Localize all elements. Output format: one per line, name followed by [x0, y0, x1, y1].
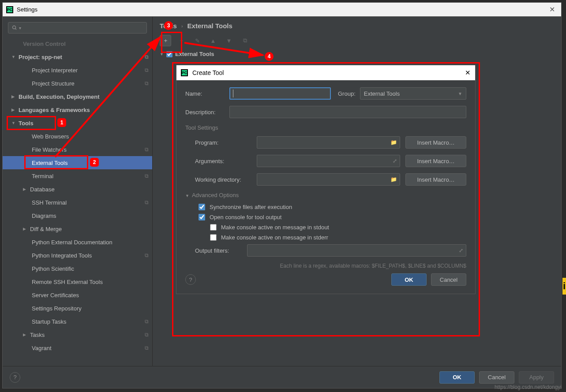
workdir-label: Working directory:	[195, 176, 257, 183]
remove-button[interactable]: －	[176, 35, 187, 46]
chevron-down-icon: ▼	[11, 55, 16, 59]
chevron-down-icon: ▼	[458, 91, 462, 96]
arguments-label: Arguments:	[195, 158, 257, 164]
chevron-down-icon: ▼	[160, 52, 164, 56]
dialog-title: Create Tool	[192, 69, 224, 76]
folder-icon[interactable]: 📁	[390, 139, 397, 146]
config-icon: ⧉	[145, 173, 149, 179]
apply-button[interactable]: Apply	[519, 371, 554, 384]
close-icon[interactable]: ✕	[547, 5, 558, 14]
sidebar: ▾ Version Control ▼ Project: spp-net ⧉ P…	[3, 17, 153, 366]
sync-checkbox-row: Synchronize files after execution	[185, 204, 466, 210]
stderr-label: Make console active on message in stderr	[221, 234, 328, 241]
dialog-help-icon[interactable]: ?	[185, 274, 196, 285]
toolbar: ＋ － ✎ ▲ ▼ ⧉	[160, 35, 554, 46]
output-filters-hint: Each line is a regex, available macros: …	[185, 263, 466, 269]
annotation-badge-3: 3	[164, 21, 173, 30]
ok-button[interactable]: OK	[439, 371, 475, 384]
tree-database[interactable]: ▶Database	[3, 183, 152, 196]
annotation-badge-1: 1	[57, 118, 66, 127]
open-console-checkbox[interactable]	[199, 214, 205, 220]
cancel-button[interactable]: Cancel	[479, 371, 514, 384]
tree-version-control[interactable]: Version Control	[3, 37, 152, 50]
external-tools-group[interactable]: ▼ External Tools	[160, 51, 554, 57]
workdir-input[interactable]: 📁	[257, 173, 400, 186]
stderr-checkbox[interactable]	[210, 234, 217, 241]
settings-tree[interactable]: Version Control ▼ Project: spp-net ⧉ Pro…	[3, 37, 152, 366]
yellow-edge-decoration: i	[562, 278, 566, 295]
group-select[interactable]: External Tools ▼	[360, 87, 466, 100]
output-filters-label: Output filters:	[195, 247, 247, 254]
group-label: External Tools	[175, 51, 214, 57]
tree-langs[interactable]: ▶ Languages & Frameworks	[3, 103, 152, 116]
tree-structure[interactable]: Project Structure ⧉	[3, 77, 152, 90]
tree-remote-ssh[interactable]: Remote SSH External Tools	[3, 275, 152, 288]
copy-button[interactable]: ⧉	[239, 35, 251, 46]
config-icon: ⧉	[145, 67, 149, 73]
folder-icon[interactable]: 📁	[390, 176, 397, 183]
stdout-row: Make console active on message in stdout	[185, 224, 466, 231]
add-button[interactable]: ＋	[160, 35, 171, 46]
tree-diagrams[interactable]: Diagrams	[3, 209, 152, 222]
tree-ssh-terminal[interactable]: SSH Terminal⧉	[3, 196, 152, 209]
expand-icon[interactable]: ⤢	[393, 158, 397, 164]
svg-point-0	[13, 26, 16, 29]
chevron-right-icon: ▶	[11, 108, 16, 112]
pycharm-icon: PC	[6, 6, 13, 13]
dialog-cancel-button[interactable]: Cancel	[431, 273, 466, 286]
config-icon: ⧉	[145, 332, 149, 338]
tree-project[interactable]: ▼ Project: spp-net ⧉	[3, 50, 152, 63]
tree-py-int[interactable]: Python Integrated Tools⧉	[3, 249, 152, 262]
tree-external-tools[interactable]: External Tools	[3, 156, 152, 169]
tree-file-watchers[interactable]: File Watchers⧉	[3, 143, 152, 156]
tree-diffmerge[interactable]: ▶Diff & Merge	[3, 222, 152, 235]
tree-tools[interactable]: ▼ Tools	[3, 116, 152, 130]
tree-terminal[interactable]: Terminal⧉	[3, 169, 152, 183]
tree-settings-repo[interactable]: Settings Repository	[3, 302, 152, 315]
program-input[interactable]: 📁	[257, 136, 400, 149]
tool-settings-section: Tool Settings	[185, 124, 466, 131]
advanced-options-section[interactable]: ▼Advanced Options	[185, 192, 466, 198]
tree-interpreter[interactable]: Project Interpreter ⧉	[3, 63, 152, 77]
config-icon: ⧉	[145, 345, 149, 351]
svg-line-1	[15, 29, 17, 30]
group-checkbox[interactable]	[166, 51, 172, 57]
dialog-ok-button[interactable]: OK	[391, 273, 427, 286]
expand-icon[interactable]: ⤢	[459, 247, 463, 254]
arguments-input[interactable]: ⤢	[257, 155, 400, 167]
dialog-close-icon[interactable]: ✕	[465, 69, 471, 77]
name-label: Name:	[185, 90, 229, 97]
tree-py-extdoc[interactable]: Python External Documentation	[3, 235, 152, 249]
sync-checkbox[interactable]	[199, 204, 205, 210]
tree-build[interactable]: ▶ Build, Execution, Deployment	[3, 90, 152, 103]
chevron-down-icon: ▼	[185, 194, 189, 198]
annotation-badge-2: 2	[90, 158, 99, 167]
tree-tasks[interactable]: ▶Tasks⧉	[3, 328, 152, 341]
annotation-badge-4: 4	[265, 52, 274, 61]
down-button[interactable]: ▼	[223, 35, 235, 46]
search-input[interactable]: ▾	[8, 22, 147, 34]
sync-label: Synchronize files after execution	[210, 204, 292, 210]
breadcrumb-sep: ›	[181, 23, 183, 29]
tree-server-cert[interactable]: Server Certificates	[3, 288, 152, 302]
breadcrumb: Tools › External Tools	[160, 22, 554, 30]
stdout-label: Make console active on message in stdout	[221, 224, 329, 231]
open-console-label: Open console for tool output	[210, 214, 281, 220]
program-macro-button[interactable]: Insert Macro…	[405, 136, 466, 149]
titlebar: PC Settings ✕	[3, 3, 561, 17]
tree-startup-tasks[interactable]: Startup Tasks⧉	[3, 315, 152, 328]
config-icon: ⧉	[145, 80, 149, 86]
workdir-macro-button[interactable]: Insert Macro…	[405, 173, 466, 186]
tree-py-sci[interactable]: Python Scientific	[3, 262, 152, 275]
stdout-checkbox[interactable]	[210, 224, 217, 231]
dialog-titlebar: PC Create Tool ✕	[176, 65, 475, 80]
edit-button[interactable]: ✎	[191, 35, 203, 46]
arguments-macro-button[interactable]: Insert Macro…	[405, 155, 466, 167]
name-input[interactable]	[229, 87, 331, 100]
up-button[interactable]: ▲	[207, 35, 219, 46]
tree-web-browsers[interactable]: Web Browsers	[3, 130, 152, 143]
output-filters-input[interactable]: ⤢	[247, 244, 466, 257]
description-input[interactable]	[229, 106, 466, 118]
help-icon[interactable]: ?	[10, 372, 20, 383]
tree-vagrant[interactable]: Vagrant⧉	[3, 341, 152, 355]
